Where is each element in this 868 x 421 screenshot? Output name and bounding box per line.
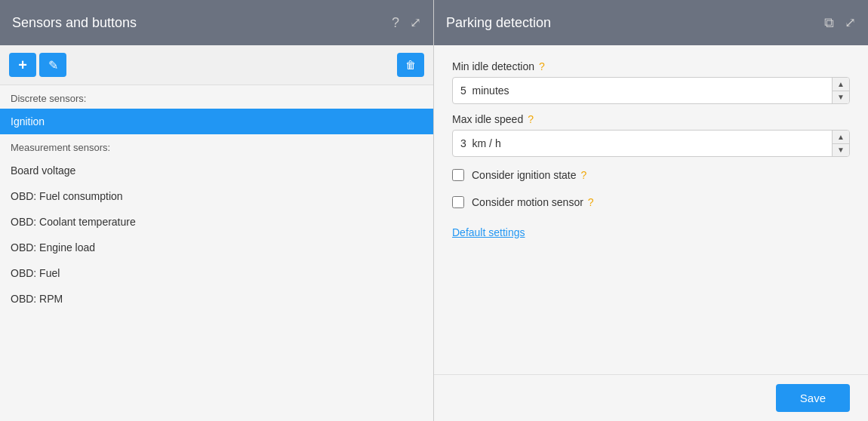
- min-idle-value[interactable]: [453, 85, 832, 97]
- trash-icon: [405, 58, 416, 72]
- add-button[interactable]: [9, 53, 36, 77]
- sensor-list: Discrete sensors: Ignition Measurement s…: [0, 85, 433, 421]
- consider-motion-row: Consider motion sensor ?: [452, 193, 850, 211]
- resize-icon[interactable]: [410, 14, 421, 31]
- save-button[interactable]: Save: [776, 384, 850, 412]
- right-panel-content: Min idle detection ? Max idle speed: [434, 45, 868, 374]
- max-idle-decrement[interactable]: [833, 144, 849, 157]
- left-panel-header: Sensors and buttons: [0, 0, 433, 45]
- max-idle-value[interactable]: [453, 137, 832, 149]
- consider-ignition-help-icon[interactable]: ?: [581, 169, 587, 181]
- sensor-item-rpm[interactable]: OBD: RPM: [0, 286, 433, 312]
- max-idle-field: Max idle speed ?: [452, 113, 850, 157]
- min-idle-spinner: [832, 78, 849, 103]
- right-panel: Parking detection Min idle detection ?: [434, 0, 868, 421]
- right-panel-header: Parking detection: [434, 0, 868, 45]
- consider-motion-label: Consider motion sensor ?: [472, 196, 594, 208]
- max-idle-help-icon[interactable]: ?: [528, 113, 534, 125]
- sensor-item-board-voltage[interactable]: Board voltage: [0, 158, 433, 183]
- edit-button[interactable]: [39, 53, 66, 77]
- min-idle-decrement[interactable]: [833, 91, 849, 104]
- consider-ignition-checkbox[interactable]: [452, 169, 464, 181]
- chev-up-icon: [837, 80, 845, 88]
- default-settings-link[interactable]: Default settings: [452, 226, 850, 238]
- min-idle-label: Min idle detection ?: [452, 60, 850, 72]
- min-idle-input[interactable]: [452, 77, 850, 104]
- consider-ignition-row: Consider ignition state ?: [452, 166, 850, 184]
- consider-motion-help-icon[interactable]: ?: [588, 196, 594, 208]
- min-idle-help-icon[interactable]: ?: [539, 60, 545, 72]
- right-panel-title: Parking detection: [446, 15, 551, 31]
- help-icon[interactable]: [392, 15, 399, 31]
- consider-ignition-label: Consider ignition state ?: [472, 169, 586, 181]
- sensor-item-fuel-consumption[interactable]: OBD: Fuel consumption: [0, 183, 433, 209]
- discrete-section-label: Discrete sensors:: [0, 85, 433, 109]
- left-header-icons: [392, 14, 421, 31]
- min-idle-field: Min idle detection ?: [452, 60, 850, 104]
- consider-motion-checkbox[interactable]: [452, 196, 464, 208]
- sensor-item-coolant-temp[interactable]: OBD: Coolant temperature: [0, 209, 433, 235]
- sensor-item-engine-load[interactable]: OBD: Engine load: [0, 235, 433, 260]
- max-idle-label: Max idle speed ?: [452, 113, 850, 125]
- pencil-icon: [48, 58, 58, 72]
- toolbar-left: [9, 53, 66, 77]
- sensor-item-ignition[interactable]: Ignition: [0, 109, 433, 134]
- max-idle-input[interactable]: [452, 130, 850, 157]
- right-resize-icon[interactable]: [845, 14, 856, 31]
- max-idle-increment[interactable]: [833, 131, 849, 144]
- sensor-item-fuel[interactable]: OBD: Fuel: [0, 260, 433, 286]
- chev-down-icon: [837, 93, 845, 101]
- delete-button[interactable]: [397, 53, 424, 77]
- plus-icon: [18, 57, 27, 74]
- toolbar: [0, 45, 433, 85]
- measurement-section-label: Measurement sensors:: [0, 134, 433, 158]
- right-footer: Save: [434, 374, 868, 421]
- left-panel: Sensors and buttons Discrete sensors: Ig…: [0, 0, 434, 421]
- min-idle-increment[interactable]: [833, 78, 849, 91]
- max-idle-spinner: [832, 131, 849, 156]
- chev-down-icon2: [837, 146, 845, 154]
- copy-icon[interactable]: [824, 15, 834, 31]
- right-header-icons: [824, 14, 856, 31]
- left-panel-title: Sensors and buttons: [12, 15, 137, 31]
- chev-up-icon2: [837, 133, 845, 141]
